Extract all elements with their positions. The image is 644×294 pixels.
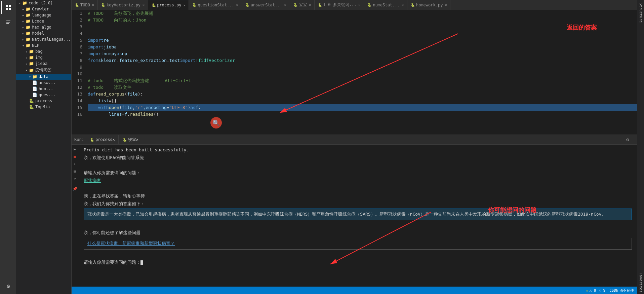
run-bar: Run: 🐍 process ✕ 🐍 寝室 ✕ ⚙ — bbox=[72, 135, 637, 145]
line-num-2: 2 bbox=[72, 17, 82, 24]
tab-icon: 🐍 bbox=[75, 3, 79, 7]
search-icon[interactable]: 🔍 bbox=[210, 117, 222, 128]
bottom-panel: Run: 🐍 process ✕ 🐍 寝室 ✕ ⚙ — ▶ ■ ⬇ ⊞ ↩ bbox=[72, 135, 637, 294]
folder-icon: 📁 bbox=[26, 7, 31, 11]
sidebar-item-Max algo[interactable]: ▸📁Max algo bbox=[16, 24, 71, 30]
close-tab-btn[interactable]: ✕ bbox=[358, 3, 360, 7]
line-num-6: 6 bbox=[72, 44, 82, 50]
close-tab-btn[interactable]: ✕ bbox=[309, 3, 311, 7]
minimize-panel-icon[interactable]: — bbox=[632, 137, 635, 142]
wrap-btn[interactable]: ↩ bbox=[72, 176, 78, 182]
sidebar-label: hom... bbox=[39, 86, 53, 91]
stop-btn[interactable]: ■ bbox=[72, 153, 78, 159]
sidebar-item-bag[interactable]: ▸📁bag bbox=[16, 48, 71, 54]
sidebar-item-code (2.0)[interactable]: ▾📁code (2.0) bbox=[16, 0, 71, 6]
tab-keyVectoriz-py[interactable]: 🐍keyVectoriz.py✕ bbox=[98, 0, 148, 10]
line-num-11: 11 bbox=[72, 77, 82, 84]
term-line-input1: 冠状病毒 bbox=[84, 177, 632, 184]
csdn-label: CSDN @不良使 bbox=[609, 288, 634, 293]
term-line-prompt1: 请输入你所需要询问的问题： bbox=[84, 170, 632, 177]
folder-arrow: ▸ bbox=[26, 62, 28, 66]
settings-icon[interactable]: ⚙ bbox=[1, 279, 15, 293]
tab-icon: 🐍 bbox=[152, 3, 156, 7]
close-tab-btn[interactable]: ✕ bbox=[236, 3, 238, 7]
code-line-12: # todo 读取文件 bbox=[88, 84, 637, 91]
sidebar-item-process[interactable]: 🐍process bbox=[16, 98, 71, 104]
python-file-icon: 🐍 bbox=[29, 99, 34, 103]
tab-TODO[interactable]: 🐍TODO✕ bbox=[72, 0, 98, 10]
sidebar-item-NaturalLangua...[interactable]: ▸📁NaturalLangua... bbox=[16, 36, 71, 42]
sidebar-item-Lcode[interactable]: ▸📁Lcode bbox=[16, 18, 71, 24]
folder-arrow: ▸ bbox=[22, 20, 24, 23]
structure-label[interactable]: Structure bbox=[637, 1, 644, 24]
sidebar-item-NLP[interactable]: ▾📁NLP bbox=[16, 42, 71, 48]
run-tab-dormitory[interactable]: 🐍 寝室 ✕ bbox=[119, 135, 142, 145]
tab-numeStat---[interactable]: 🐍numeStat...✕ bbox=[364, 0, 407, 10]
code-line-9 bbox=[88, 64, 637, 71]
close-tab-btn[interactable]: ✕ bbox=[284, 3, 286, 7]
tab-label: answerStat... bbox=[251, 3, 282, 7]
sidebar-item-img[interactable]: ▸📁img bbox=[16, 54, 71, 61]
sidebar-item-hom...[interactable]: 📄hom... bbox=[16, 86, 71, 92]
close-process-tab[interactable]: ✕ bbox=[112, 137, 115, 142]
favorites-label[interactable]: Favorites bbox=[637, 271, 644, 294]
tab-process-py[interactable]: 🐍process.py✕ bbox=[148, 0, 189, 10]
sidebar: ▾📁code (2.0)▸📁Crawler▸📁language▸📁Lcode▸📁… bbox=[16, 0, 72, 294]
run-settings-icon[interactable]: ⚙ bbox=[626, 137, 629, 142]
sidebar-item-TopMia[interactable]: 🐍TopMia bbox=[16, 104, 71, 110]
term-line-empty1 bbox=[84, 162, 632, 169]
code-line-3 bbox=[88, 24, 637, 30]
right-labels: Structure Favorites bbox=[637, 0, 644, 294]
tab-questionStat---[interactable]: 🐍questionStat...✕ bbox=[189, 0, 242, 10]
code-lines[interactable]: # TODO 鸟欲高飞，必先展翅# TODO 向前的人：Jhon import … bbox=[85, 10, 637, 135]
folder-icon: 📁 bbox=[29, 61, 34, 66]
run-tab-process[interactable]: 🐍 process ✕ bbox=[87, 135, 119, 145]
tab-answerStat---[interactable]: 🐍answerStat...✕ bbox=[242, 0, 290, 10]
close-tab-btn[interactable]: ✕ bbox=[445, 3, 447, 7]
term-line-found: 亲，我们为你找到的答案如下： bbox=[84, 200, 632, 208]
sidebar-item-疫情问答[interactable]: ▾📁疫情问答 bbox=[16, 67, 71, 74]
sidebar-item-answ...[interactable]: 📄answ... bbox=[16, 80, 71, 86]
terminal-output[interactable]: Prefix dict has been built successfully.… bbox=[78, 145, 637, 287]
terminal-cursor bbox=[140, 260, 143, 265]
main-area: 🐍TODO✕🐍keyVectoriz.py✕🐍process.py✕🐍quest… bbox=[72, 0, 637, 294]
pin-btn[interactable]: 📌 bbox=[72, 186, 78, 192]
sidebar-label: jieba bbox=[35, 61, 47, 66]
line-num-10: 10 bbox=[72, 71, 82, 77]
code-line-14: list = [] bbox=[88, 98, 637, 104]
code-line-16: lines = f.readlines() bbox=[88, 111, 637, 118]
close-dormitory-tab[interactable]: ✕ bbox=[136, 137, 138, 142]
line-num-14: 14 bbox=[72, 98, 82, 104]
sidebar-item-jieba[interactable]: ▸📁jieba bbox=[16, 61, 71, 67]
terminal-toolbar: ▶ ■ ⬇ ⊞ ↩ 📌 bbox=[72, 145, 78, 287]
tab-f-0--------[interactable]: 🐍f_0_多关键词...✕ bbox=[315, 0, 364, 10]
structure-icon[interactable] bbox=[1, 15, 15, 29]
close-tab-btn[interactable]: ✕ bbox=[183, 3, 185, 7]
term-answer-box: 冠状病毒是一大类病毒，已知会引起疾病，患者表现从普通感冒到重症肺部感染不同，例如… bbox=[84, 209, 632, 220]
close-tab-btn[interactable]: ✕ bbox=[143, 3, 145, 7]
folder-arrow: ▾ bbox=[19, 1, 21, 5]
tab-homework-py[interactable]: 🐍homework.py✕ bbox=[407, 0, 451, 10]
layout-btn[interactable]: ⊞ bbox=[72, 168, 78, 174]
sidebar-label: Crawler bbox=[32, 7, 49, 11]
close-tab-btn[interactable]: ✕ bbox=[402, 3, 404, 7]
sidebar-item-ques...[interactable]: 📄ques... bbox=[16, 92, 71, 98]
folder-icon: 📁 bbox=[29, 55, 34, 60]
sidebar-item-data[interactable]: ▾📁data bbox=[16, 74, 71, 80]
scroll-btn[interactable]: ⬇ bbox=[72, 161, 78, 167]
folder-icon: 📁 bbox=[29, 49, 34, 54]
sidebar-item-language[interactable]: ▸📁language bbox=[16, 12, 71, 18]
line-num-5: 5 bbox=[72, 37, 82, 44]
tab-icon: 🐍 bbox=[411, 3, 415, 7]
close-tab-btn[interactable]: ✕ bbox=[92, 3, 94, 7]
tab---[interactable]: 🐍宝宝✕ bbox=[290, 0, 315, 10]
sidebar-item-Crawler[interactable]: ▸📁Crawler bbox=[16, 6, 71, 12]
line-num-13: 13 bbox=[72, 91, 82, 98]
restart-btn[interactable]: ▶ bbox=[72, 146, 78, 152]
folder-arrow: ▸ bbox=[26, 50, 28, 53]
explorer-icon[interactable] bbox=[1, 1, 15, 14]
tab-icon: 🐍 bbox=[101, 3, 105, 7]
sidebar-item-Model[interactable]: ▸📁Model bbox=[16, 30, 71, 36]
sidebar-label: bag bbox=[35, 49, 43, 54]
term-line-welcome: 亲，欢迎使用FAQ智能问答系统 bbox=[84, 154, 632, 161]
